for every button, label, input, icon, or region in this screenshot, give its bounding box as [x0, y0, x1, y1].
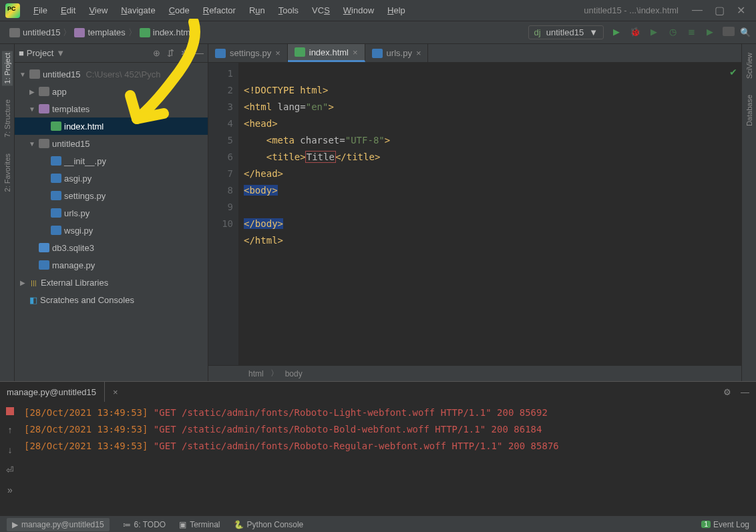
btab-terminal[interactable]: ▣Terminal [179, 520, 220, 529]
menu-view[interactable]: View [82, 0, 114, 21]
side-tab-project[interactable]: 1: Project [2, 51, 13, 85]
code-breadcrumb[interactable]: html〉body [208, 365, 741, 381]
run-coverage-icon[interactable]: ▶ [648, 27, 660, 38]
tab-urls[interactable]: urls.py× [365, 44, 429, 62]
app-logo-icon [5, 3, 20, 18]
settings-icon[interactable]: ⚙ [723, 387, 731, 397]
menu-run[interactable]: Run [242, 0, 272, 21]
analysis-ok-icon[interactable]: ✔ [729, 67, 737, 77]
stop-process-icon[interactable] [6, 407, 14, 415]
html-file-icon [140, 28, 150, 37]
window-title: untitled15 - ...\index.html [584, 5, 679, 15]
menu-navigate[interactable]: Navigate [114, 0, 162, 21]
tree-folder-app[interactable]: ▶app [15, 83, 208, 100]
close-tab-icon[interactable]: × [113, 387, 118, 397]
navigation-bar: untitled15 〉 templates 〉 index.html dj u… [0, 21, 756, 44]
left-tool-strip: 1: Project 7: Structure 2: Favorites [0, 44, 15, 381]
tree-file-asgi[interactable]: asgi.py [15, 170, 208, 187]
menu-code[interactable]: Code [162, 0, 196, 21]
tree-file-settings[interactable]: settings.py [15, 187, 208, 204]
line-gutter: 12345678910 [208, 63, 238, 365]
btab-run[interactable]: ▶manage.py@untitled15 [7, 518, 110, 531]
up-arrow-icon[interactable]: ↑ [8, 425, 13, 435]
tree-scratches[interactable]: ◧Scratches and Consoles [15, 291, 208, 308]
breadcrumb-folder: templates [87, 27, 125, 37]
project-panel: ■Project▼ ⊕ ⇵ ✲ — ▼ untitled15 C:\Users\… [15, 44, 208, 381]
tree-file-index[interactable]: index.html [15, 117, 208, 135]
tree-root[interactable]: ▼ untitled15 C:\Users\ 452\Pych [15, 65, 208, 83]
tab-settings[interactable]: settings.py× [208, 44, 288, 62]
btab-python-console[interactable]: 🐍Python Console [234, 520, 304, 529]
tree-file-db[interactable]: db3.sqlite3 [15, 239, 208, 256]
menu-tools[interactable]: Tools [272, 0, 305, 21]
down-arrow-icon[interactable]: ↓ [8, 445, 13, 455]
side-tab-sciview[interactable]: SciView [744, 51, 755, 81]
menu-edit[interactable]: Edit [54, 0, 82, 21]
tree-external-libs[interactable]: ▶⫼External Libraries [15, 274, 208, 291]
close-icon[interactable]: ✕ [737, 4, 745, 17]
close-icon[interactable]: × [416, 48, 421, 58]
run-icon[interactable]: ▶ [610, 27, 622, 38]
menu-file[interactable]: File [27, 0, 54, 21]
expand-all-icon[interactable]: ⇵ [167, 48, 174, 58]
stop-icon[interactable] [723, 27, 735, 38]
close-icon[interactable]: × [275, 48, 280, 58]
code-editor[interactable]: 12345678910 <!DOCTYPE html> <html lang="… [208, 63, 741, 365]
concurrency-icon[interactable]: ≣ [685, 27, 697, 38]
btab-event-log[interactable]: 1 Event Log [701, 520, 749, 529]
project-tree: ▼ untitled15 C:\Users\ 452\Pych ▶app ▼te… [15, 63, 208, 381]
right-tool-strip: SciView Database [741, 44, 756, 381]
minimize-icon[interactable]: — [692, 4, 703, 17]
tree-file-manage[interactable]: manage.py [15, 256, 208, 274]
attach-icon[interactable]: ▶ [704, 27, 716, 38]
run-output[interactable]: [28/Oct/2021 13:49:53] "GET /static/admi… [20, 402, 756, 515]
folder-icon [74, 28, 85, 37]
locate-icon[interactable]: ⊕ [153, 48, 160, 58]
run-tool-window: manage.py@untitled15 × ⚙ — ↑ ↓ ⏎ » [28/O… [0, 381, 756, 515]
menu-bar: File Edit View Navigate Code Refactor Ru… [0, 0, 756, 21]
side-tab-favorites[interactable]: 2: Favorites [2, 152, 13, 194]
side-tab-database[interactable]: Database [744, 93, 755, 128]
tree-folder-pkg[interactable]: ▼untitled15 [15, 135, 208, 152]
tab-index[interactable]: index.html× [288, 44, 365, 62]
menu-window[interactable]: Window [337, 0, 381, 21]
tree-file-init[interactable]: __init__.py [15, 152, 208, 170]
profile-icon[interactable]: ◷ [667, 27, 679, 38]
breadcrumb-file: index.html [153, 27, 192, 37]
editor-area: settings.py× index.html× urls.py× 123456… [208, 44, 741, 381]
settings-icon[interactable]: ✲ [181, 48, 188, 58]
menu-refactor[interactable]: Refactor [196, 0, 242, 21]
menu-vcs[interactable]: VCS [305, 0, 337, 21]
side-tab-structure[interactable]: 7: Structure [2, 97, 13, 140]
btab-todo[interactable]: ≔6: TODO [123, 520, 166, 529]
run-tab-title[interactable]: manage.py@untitled15 [7, 382, 105, 402]
close-icon[interactable]: × [353, 47, 358, 57]
tree-file-urls[interactable]: urls.py [15, 204, 208, 222]
soft-wrap-icon[interactable]: ⏎ [6, 465, 14, 475]
tree-folder-templates[interactable]: ▼templates [15, 100, 208, 117]
more-icon[interactable]: » [7, 485, 13, 495]
run-config-selector[interactable]: dj untitled15 ▼ [528, 25, 604, 39]
debug-icon[interactable]: 🐞 [629, 27, 641, 38]
tree-file-wsgi[interactable]: wsgi.py [15, 222, 208, 239]
maximize-icon[interactable]: ▢ [715, 4, 725, 17]
breadcrumb-root: untitled15 [23, 27, 60, 37]
breadcrumb[interactable]: untitled15 〉 templates 〉 index.html [5, 27, 196, 39]
run-config-label: untitled15 [546, 27, 584, 37]
editor-tabs: settings.py× index.html× urls.py× [208, 44, 741, 63]
folder-icon [9, 28, 20, 37]
chevron-down-icon: ▼ [589, 27, 598, 37]
hide-icon[interactable]: — [741, 387, 749, 397]
run-controls: ↑ ↓ ⏎ » [0, 402, 20, 515]
search-everywhere-icon[interactable]: 🔍 [740, 27, 751, 37]
menu-help[interactable]: Help [381, 0, 412, 21]
bottom-tool-tabs: ▶manage.py@untitled15 ≔6: TODO ▣Terminal… [0, 515, 756, 532]
hide-icon[interactable]: — [195, 48, 204, 58]
project-panel-title[interactable]: ■Project▼ [19, 48, 65, 58]
